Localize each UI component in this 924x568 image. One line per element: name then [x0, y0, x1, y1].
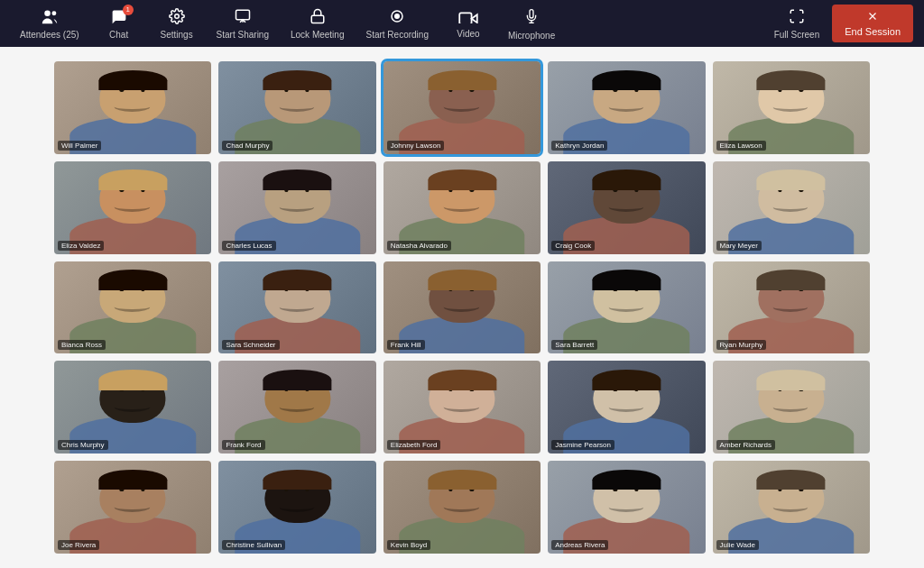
video-cell[interactable]: Eliza Valdez	[54, 161, 211, 254]
video-cell[interactable]: Natasha Alvarado	[383, 161, 541, 254]
participant-name-tag: Jasmine Pearson	[551, 440, 614, 450]
video-cell[interactable]: Sara Schneider	[218, 261, 375, 354]
svg-rect-5	[311, 15, 324, 23]
video-icon	[458, 9, 478, 27]
participant-name-tag: Kathryn Jordan	[551, 141, 607, 151]
microphone-icon	[524, 7, 539, 29]
video-cell[interactable]: Craig Cook	[548, 161, 705, 254]
attendees-icon	[41, 8, 59, 28]
svg-point-1	[51, 11, 56, 15]
toolbar-left: Attendees (25) 1 Chat Settings	[11, 4, 564, 44]
video-cell[interactable]: Jasmine Pearson	[548, 361, 705, 453]
participant-name-tag: Eliza Valdez	[58, 241, 104, 251]
video-grid-container: Will PalmerChad MurphyJohnny LawsonKathr…	[0, 47, 924, 568]
chat-badge: 1	[123, 5, 134, 15]
video-button[interactable]: Video	[441, 5, 495, 42]
start-sharing-button[interactable]: Start Sharing	[208, 5, 278, 43]
svg-point-7	[395, 14, 400, 18]
video-cell[interactable]: Andreas Rivera	[548, 461, 705, 554]
start-recording-label: Start Recording	[365, 30, 428, 40]
participant-name-tag: Amber Richards	[716, 440, 775, 450]
video-cell[interactable]: Charles Lucas	[218, 161, 375, 254]
video-cell[interactable]: Amber Richards	[713, 361, 870, 453]
lock-meeting-button[interactable]: Lock Meeting	[282, 5, 353, 43]
participant-name-tag: Chris Murphy	[58, 440, 108, 450]
participant-name-tag: Eliza Lawson	[716, 141, 766, 151]
video-cell[interactable]: Elizabeth Ford	[383, 361, 541, 453]
participant-name-tag: Natasha Alvarado	[387, 241, 451, 251]
microphone-button[interactable]: Microphone	[499, 4, 564, 44]
settings-label: Settings	[161, 30, 193, 40]
video-cell[interactable]: Frank Ford	[218, 361, 375, 453]
video-cell[interactable]: Mary Meyer	[713, 161, 870, 254]
participant-name-tag: Frank Ford	[222, 440, 264, 450]
participant-name-tag: Frank Hill	[387, 340, 425, 350]
settings-icon	[168, 8, 186, 28]
chat-icon: 1	[110, 8, 128, 28]
participant-name-tag: Sara Barrett	[551, 340, 597, 350]
video-cell[interactable]: Kathryn Jordan	[548, 61, 705, 154]
participant-name-tag: Mary Meyer	[716, 241, 762, 251]
video-cell[interactable]: Christine Sullivan	[218, 461, 375, 554]
share-icon	[234, 8, 252, 28]
fullscreen-icon	[788, 8, 806, 28]
participant-name-tag: Charles Lucas	[222, 241, 275, 251]
video-label: Video	[457, 29, 479, 39]
participant-name-tag: Johnny Lawson	[387, 141, 445, 151]
video-cell[interactable]: Julie Wade	[713, 461, 870, 554]
video-cell[interactable]: Sara Barrett	[548, 261, 705, 354]
participant-name-tag: Chad Murphy	[222, 141, 273, 151]
video-cell[interactable]: Chris Murphy	[54, 361, 211, 453]
start-recording-button[interactable]: Start Recording	[356, 5, 437, 43]
video-cell[interactable]: Joe Rivera	[54, 461, 211, 554]
svg-rect-3	[236, 10, 249, 20]
video-cell[interactable]: Johnny Lawson	[383, 61, 541, 154]
video-grid: Will PalmerChad MurphyJohnny LawsonKathr…	[54, 61, 870, 554]
chat-label: Chat	[109, 30, 128, 40]
svg-rect-9	[459, 13, 471, 23]
microphone-label: Microphone	[508, 31, 555, 41]
participant-name-tag: Kevin Boyd	[387, 540, 430, 550]
chat-button[interactable]: 1 Chat	[92, 5, 146, 43]
participant-name-tag: Andreas Rivera	[551, 540, 608, 550]
settings-button[interactable]: Settings	[150, 5, 204, 43]
video-cell[interactable]: Frank Hill	[383, 261, 541, 354]
lock-meeting-label: Lock Meeting	[291, 30, 344, 40]
participant-name-tag: Joe Rivera	[58, 540, 99, 550]
participant-name-tag: Craig Cook	[551, 241, 595, 251]
svg-point-2	[174, 14, 179, 18]
svg-marker-8	[472, 14, 477, 23]
svg-point-0	[44, 10, 51, 16]
record-icon	[388, 8, 406, 28]
toolbar: Attendees (25) 1 Chat Settings	[0, 0, 924, 47]
participant-name-tag: Bianca Ross	[58, 340, 106, 350]
participant-name-tag: Will Palmer	[58, 141, 101, 151]
participant-name-tag: Christine Sullivan	[222, 540, 285, 550]
participant-name-tag: Sara Schneider	[222, 340, 279, 350]
attendees-button[interactable]: Attendees (25)	[11, 5, 88, 43]
full-screen-label: Full Screen	[774, 30, 820, 40]
video-cell[interactable]: Will Palmer	[54, 61, 211, 154]
video-cell[interactable]: Ryan Murphy	[713, 261, 870, 354]
video-cell[interactable]: Kevin Boyd	[383, 461, 541, 554]
video-cell[interactable]: Eliza Lawson	[713, 61, 870, 154]
toolbar-right: Full Screen End Session	[765, 5, 913, 43]
start-sharing-label: Start Sharing	[217, 30, 269, 40]
lock-icon	[310, 8, 326, 28]
participant-name-tag: Ryan Murphy	[716, 340, 767, 350]
full-screen-button[interactable]: Full Screen	[765, 5, 829, 43]
end-session-icon	[865, 10, 880, 24]
video-cell[interactable]: Chad Murphy	[218, 61, 375, 154]
video-cell[interactable]: Bianca Ross	[54, 261, 211, 354]
end-session-label: End Session	[845, 26, 901, 37]
participant-name-tag: Julie Wade	[716, 540, 759, 550]
participant-name-tag: Elizabeth Ford	[387, 440, 441, 450]
end-session-button[interactable]: End Session	[832, 5, 913, 42]
attendees-label: Attendees (25)	[20, 30, 79, 40]
